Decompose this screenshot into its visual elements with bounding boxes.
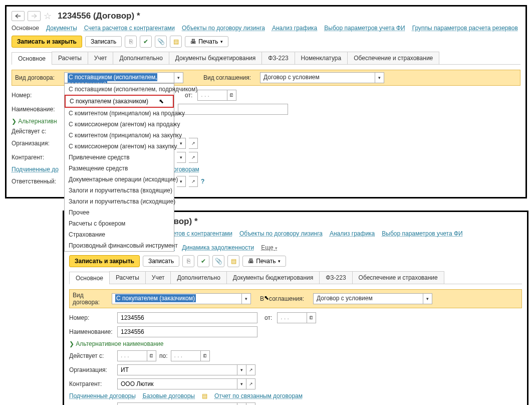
dd-item-7[interactable]: Размещение средств (65, 163, 174, 174)
print-button-2[interactable]: 🖶Печать▾ (242, 256, 286, 267)
copy-icon[interactable]: ⎘ (125, 36, 137, 48)
cparty-dd-2[interactable]: ▾ (237, 378, 246, 389)
nav-main[interactable]: Основное (12, 25, 39, 32)
tab-main-2[interactable]: Основное (69, 272, 110, 284)
respons-dd-2[interactable]: ▾ (237, 402, 246, 405)
nav-schedule[interactable]: Анализ графика (272, 25, 317, 32)
attach-icon[interactable]: 📎 (155, 36, 167, 48)
dd-item-9[interactable]: Залоги и поручительства (входящие) (65, 185, 174, 196)
help-icon[interactable]: ? (201, 178, 204, 185)
cparty-dd[interactable]: ▾ (177, 152, 186, 163)
agreement-dd-2[interactable]: ▾ (423, 293, 432, 304)
alt-name-toggle[interactable]: ❯ Альтернативн (12, 118, 57, 125)
tab-extra[interactable]: Дополнительно (113, 52, 169, 64)
print-button[interactable]: 🖶Печать▾ (185, 36, 228, 47)
related-report-link[interactable]: Отчет по связанным договорам (214, 392, 303, 399)
contract-type-dd-2[interactable]: ▾ (242, 293, 251, 304)
dd-item-6[interactable]: Привлечение средств (65, 152, 174, 163)
sub-contracts-link-2[interactable]: Подчиненные договоры (69, 392, 136, 399)
tab-main[interactable]: Основное (12, 52, 52, 65)
tab-acc-2[interactable]: Учет (145, 271, 171, 284)
tab-budget[interactable]: Документы бюджетирования (169, 52, 262, 64)
nav-schedule-2[interactable]: Анализ графика (330, 230, 375, 237)
tab-budget-2[interactable]: Документы бюджетирования (226, 271, 320, 284)
dd-item-0[interactable]: С поставщиком (исполнителем, подрядчиком… (65, 84, 174, 95)
dd-item-10[interactable]: Залоги и поручительства (исходящие) (65, 196, 174, 207)
nav-docs[interactable]: Документы (46, 25, 77, 32)
tab-fz223-2[interactable]: ФЗ-223 (319, 271, 352, 284)
tab-fz223[interactable]: ФЗ-223 (261, 52, 295, 64)
dd-item-4[interactable]: С комитентом (принципалом) на закупку (65, 130, 174, 141)
org-open[interactable]: ↗ (189, 138, 198, 149)
nav-accounts[interactable]: Счета расчетов с контрагентами (84, 25, 175, 32)
dd-item-11[interactable]: Прочее (65, 207, 174, 218)
save-close-button[interactable]: Записать и закрыть (12, 36, 82, 48)
respons-input-2[interactable] (117, 402, 237, 405)
date-picker-button[interactable]: 🗓 (227, 90, 236, 101)
copy-icon-2[interactable]: ⎘ (182, 255, 194, 267)
org-dd-2[interactable]: ▾ (237, 364, 246, 375)
cparty-open[interactable]: ↗ (189, 152, 198, 163)
nav-leasing[interactable]: Объекты по договору лизинга (182, 25, 265, 32)
date-picker-2[interactable]: 🗓 (307, 312, 316, 323)
document-icon[interactable]: ▤ (170, 36, 182, 48)
nav-fi[interactable]: Выбор параметров учета ФИ (324, 25, 405, 32)
org-dd[interactable]: ▾ (177, 138, 186, 149)
base-contracts-link[interactable]: Базовые договоры (143, 392, 195, 399)
date-input[interactable]: . . . (197, 90, 227, 101)
sub-contracts-link[interactable]: Подчиненные до (12, 166, 59, 173)
number-input-2[interactable] (117, 312, 257, 323)
nav-fi-2[interactable]: Выбор параметров учета ФИ (382, 230, 462, 237)
valid-to-picker[interactable]: 🗓 (201, 350, 210, 361)
org-input-2[interactable] (117, 364, 237, 375)
cparty-input-2[interactable] (117, 378, 237, 389)
dd-item-12[interactable]: Расчеты с брокером (65, 218, 174, 229)
tab-insur-2[interactable]: Обеспечение и страхование (352, 271, 444, 284)
save-button[interactable]: Записать (85, 36, 122, 47)
dd-item-8[interactable]: Документарные операции (исходящие) (65, 174, 174, 185)
favorite-icon[interactable]: ☆ (44, 11, 52, 22)
dd-item-14[interactable]: Производный финансовый инструмент (65, 240, 174, 251)
name-input-2[interactable] (117, 326, 257, 337)
valid-to-input[interactable]: . . . (171, 350, 201, 361)
tab-insur[interactable]: Обеспечение и страхование (347, 52, 439, 64)
cparty-open-2[interactable]: ↗ (246, 378, 255, 389)
nav-more[interactable]: Еще ▾ (261, 244, 278, 251)
tab-calc-2[interactable]: Расчеты (109, 271, 146, 284)
respons-open[interactable]: ↗ (189, 176, 198, 187)
dd-item-3[interactable]: С комиссионером (агентом) на продажу (65, 119, 174, 130)
tab-extra-2[interactable]: Дополнительно (170, 271, 226, 284)
dd-item-2[interactable]: С комитентом (принципалом) на продажу (65, 108, 174, 119)
contract-type-input[interactable]: С поставщиком (исполнителем, подрядчиком… (64, 72, 174, 83)
dd-item-13[interactable]: Страхование (65, 229, 174, 240)
agreement-input-2[interactable]: Договор с условием (313, 293, 423, 304)
tab-calc[interactable]: Расчеты (52, 52, 88, 64)
respons-dd[interactable]: ▾ (177, 176, 186, 187)
document-icon-2[interactable]: ▤ (227, 255, 239, 267)
date-input-2[interactable]: . . . (277, 312, 307, 323)
attach-icon-2[interactable]: 📎 (212, 255, 224, 267)
valid-from-picker[interactable]: 🗓 (147, 350, 156, 361)
name-input[interactable] (178, 104, 288, 115)
dd-item-5[interactable]: С комиссионером (агентом) на закупку (65, 141, 174, 152)
save-button-2[interactable]: Записать (143, 256, 179, 267)
nav-debt-2[interactable]: Динамика задолженности (182, 244, 254, 251)
tab-nomen[interactable]: Номенклатура (295, 52, 348, 64)
dd-item-1[interactable]: С покупателем (заказчиком)⬉ (65, 95, 174, 108)
org-open-2[interactable]: ↗ (246, 364, 255, 375)
tab-acc[interactable]: Учет (88, 52, 114, 64)
valid-from-input[interactable]: . . . (117, 350, 147, 361)
respons-open-2[interactable]: ↗ (246, 402, 255, 405)
nav-leasing-2[interactable]: Объекты по договору лизинга (239, 230, 323, 237)
forward-button[interactable] (28, 11, 41, 21)
back-button[interactable] (12, 11, 25, 21)
nav-reserves[interactable]: Группы параметров расчета резервов (412, 25, 518, 32)
alt-name-toggle-2[interactable]: ❯ Альтернативное наименование (69, 340, 163, 347)
approve-icon[interactable]: ✔ (140, 36, 152, 48)
agreement-input[interactable]: Договор с условием (260, 72, 375, 83)
save-close-button-2[interactable]: Записать и закрыть (69, 255, 140, 267)
contract-type-dropdown-button[interactable]: ▾ (174, 72, 183, 83)
approve-icon-2[interactable]: ✔ (197, 255, 209, 267)
agreement-dropdown-button[interactable]: ▾ (375, 72, 384, 83)
contract-type-input-2[interactable]: С покупателем (заказчиком) (112, 293, 242, 304)
